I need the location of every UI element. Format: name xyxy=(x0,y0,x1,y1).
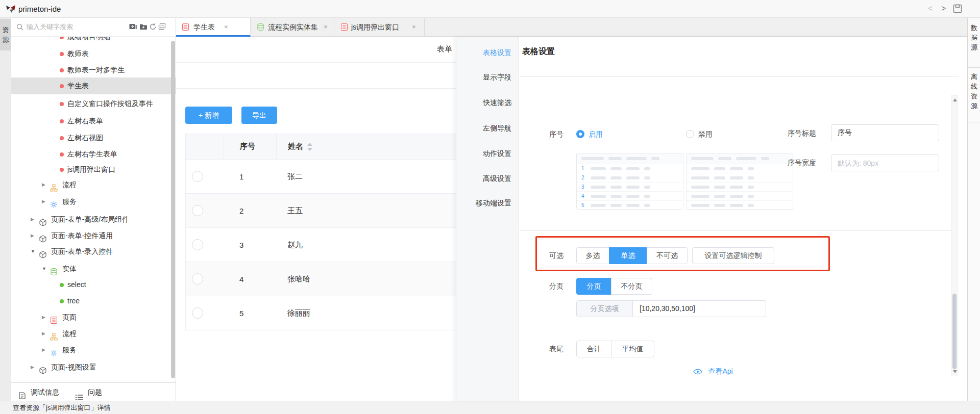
tree-item[interactable]: ▼页面-表单-录入控件 xyxy=(11,243,176,260)
paging-options-value[interactable]: [10,20,30,50,100] xyxy=(633,301,766,317)
select-logic-control-button[interactable]: 设置可选逻辑控制 xyxy=(692,247,774,264)
tree-item[interactable]: 教师表一对多学生 xyxy=(11,62,176,79)
chevron-right-icon[interactable]: ▶ xyxy=(42,325,45,342)
serial-width-input[interactable] xyxy=(831,154,939,171)
menu-item-advanced-settings[interactable]: 高级设置 xyxy=(456,173,519,184)
menu-item-left-nav[interactable]: 左侧导航 xyxy=(456,123,519,133)
status-bar: 查看资源「js调用弹出窗口」详情 xyxy=(0,401,980,414)
close-tab-icon[interactable]: × xyxy=(412,18,416,36)
tree-scrollbar[interactable] xyxy=(171,41,175,378)
paging-on-button[interactable]: 分页 xyxy=(576,278,611,295)
chevron-down-icon[interactable]: ▼ xyxy=(42,261,46,277)
refresh-icon[interactable] xyxy=(149,23,158,32)
chevron-right-icon[interactable]: ▶ xyxy=(31,359,34,376)
menu-item-table-settings[interactable]: 表格设置 xyxy=(456,47,519,58)
tab-student-table[interactable]: 学生表 × xyxy=(176,18,251,37)
form-tab-label[interactable]: 表单 xyxy=(437,44,452,54)
chevron-right-icon[interactable]: ▶ xyxy=(31,211,34,228)
tree-item[interactable]: 成绩项目明细 xyxy=(11,37,176,45)
tree-item[interactable]: 左树右学生表单 xyxy=(11,146,176,163)
serial-title-input[interactable] xyxy=(831,124,939,141)
view-api-link[interactable]: 查看Api xyxy=(693,366,733,376)
row-radio[interactable] xyxy=(192,307,203,319)
row-radio[interactable] xyxy=(192,171,203,182)
problems-button[interactable]: 问题 xyxy=(75,383,102,401)
multi-select-button[interactable]: 多选 xyxy=(576,247,609,264)
tree-item[interactable]: ▶流程 xyxy=(11,325,176,342)
new-folder-icon[interactable] xyxy=(139,23,149,32)
component-dot-icon xyxy=(60,299,64,303)
menu-item-mobile-settings[interactable]: 移动端设置 xyxy=(456,198,519,208)
tree-item[interactable]: tree xyxy=(11,293,176,309)
tree-item[interactable]: ▼实体 xyxy=(11,261,176,277)
scrollbar-thumb[interactable] xyxy=(952,294,957,369)
table-header-row: 序号 姓名 xyxy=(186,134,471,160)
paging-off-button[interactable]: 不分页 xyxy=(611,278,652,295)
radio-disable[interactable] xyxy=(686,130,694,138)
column-header-name[interactable]: 姓名 xyxy=(276,134,471,159)
search-input[interactable]: 输入关键字搜索 xyxy=(14,21,116,34)
radio-enable-label[interactable]: 启用 xyxy=(589,129,603,139)
collapse-panels-icon[interactable] xyxy=(158,23,167,32)
tab-process-instance-entity[interactable]: 流程实例实体集 × xyxy=(251,18,334,37)
tree-item[interactable]: ▶页面-视图设置 xyxy=(11,359,176,376)
tree-item[interactable]: 左树右视图 xyxy=(11,130,176,146)
scroll-up-icon[interactable] xyxy=(953,98,957,101)
rail-tab-offline-resources[interactable]: 离线资源 xyxy=(968,68,980,122)
sidebar-header: 输入关键字搜索 xyxy=(11,18,176,37)
chevron-down-icon[interactable]: ▼ xyxy=(31,243,35,260)
sum-button[interactable]: 合计 xyxy=(576,341,611,357)
row-radio[interactable] xyxy=(192,205,203,216)
chevron-right-icon[interactable]: ▶ xyxy=(42,176,45,193)
no-select-button[interactable]: 不可选 xyxy=(647,247,688,264)
close-tab-icon[interactable]: × xyxy=(324,18,328,36)
nav-back-icon[interactable]: < xyxy=(928,0,933,18)
add-button[interactable]: + 新增 xyxy=(185,107,232,124)
tree-item[interactable]: select xyxy=(11,276,176,293)
status-text: 查看资源「js调用弹出窗口」详情 xyxy=(13,401,110,414)
tree-item[interactable]: 左树右表单 xyxy=(11,113,176,130)
tree-item[interactable]: 教师表 xyxy=(11,45,176,62)
menu-item-action-settings[interactable]: 动作设置 xyxy=(456,148,519,159)
chevron-right-icon[interactable]: ▶ xyxy=(42,309,45,326)
column-header-index[interactable]: 序号 xyxy=(224,134,276,159)
paging-segmented-control: 分页 不分页 xyxy=(576,278,652,295)
tree-item[interactable]: ▶流程 xyxy=(11,176,176,193)
scroll-down-icon[interactable] xyxy=(953,370,957,373)
nav-forward-icon[interactable]: > xyxy=(941,0,946,18)
tree-item[interactable]: js调用弹出窗口 xyxy=(11,161,176,178)
panel-scrollbar[interactable] xyxy=(951,95,958,376)
save-icon[interactable] xyxy=(952,4,963,16)
chevron-right-icon[interactable]: ▶ xyxy=(31,227,34,244)
import-resource-icon[interactable] xyxy=(129,23,138,32)
rail-tab-resources[interactable]: 资源 xyxy=(0,19,11,50)
debug-info-button[interactable]: 调试信息 xyxy=(18,383,59,401)
entity-dot-icon xyxy=(60,168,64,172)
close-tab-icon[interactable]: × xyxy=(224,18,228,36)
table-row: 3 赵九 xyxy=(186,228,471,262)
package-icon xyxy=(39,364,47,380)
menu-item-quick-filter[interactable]: 快速筛选 xyxy=(456,97,519,108)
radio-disable-label[interactable]: 禁用 xyxy=(698,129,713,139)
sort-icon[interactable] xyxy=(307,143,312,151)
average-button[interactable]: 平均值 xyxy=(611,341,654,357)
page-icon xyxy=(182,23,189,33)
single-select-button[interactable]: 单选 xyxy=(609,247,647,264)
chevron-right-icon[interactable]: ▶ xyxy=(42,342,45,358)
tab-js-popup-window[interactable]: js调用弹出窗口 × xyxy=(334,18,425,37)
tree-item[interactable]: ▶页面 xyxy=(11,309,176,326)
table-row: 2 王五 xyxy=(186,194,471,228)
menu-item-display-fields[interactable]: 显示字段 xyxy=(456,72,519,82)
tree-item[interactable]: 自定义窗口操作按钮及事件 xyxy=(11,95,176,112)
rail-tab-datasource[interactable]: 数据源 xyxy=(968,18,980,68)
chevron-right-icon[interactable]: ▶ xyxy=(42,193,45,210)
row-radio[interactable] xyxy=(192,239,203,250)
export-button[interactable]: 导出 xyxy=(241,107,277,124)
tree-item[interactable]: ▶页面-表单-控件通用 xyxy=(11,227,176,244)
tree-item[interactable]: ▶服务 xyxy=(11,342,176,358)
tree-item[interactable]: ▶页面-表单-高级/布局组件 xyxy=(11,211,176,228)
row-radio[interactable] xyxy=(192,273,203,284)
radio-enable[interactable] xyxy=(576,130,584,138)
tree-item[interactable]: ▶服务 xyxy=(11,193,176,210)
tree-item-selected[interactable]: 学生表 xyxy=(11,77,176,94)
